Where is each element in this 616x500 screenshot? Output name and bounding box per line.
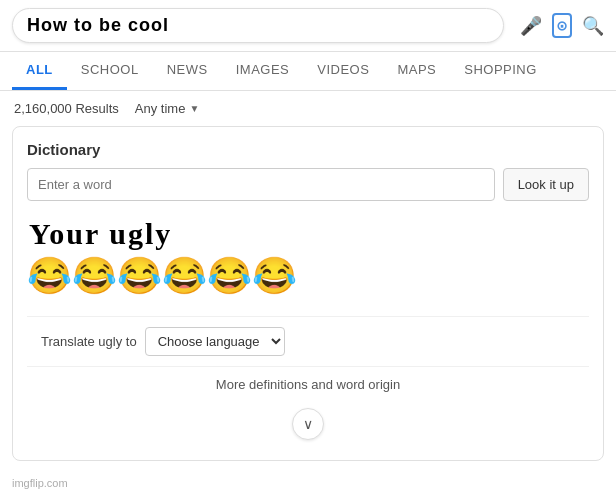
header: How to be cool 🎤 ⊙ 🔍: [0, 0, 616, 52]
any-time-filter[interactable]: Any time ▼: [135, 101, 199, 116]
tab-school[interactable]: SCHOOL: [67, 52, 153, 90]
tab-shopping[interactable]: SHOPPING: [450, 52, 551, 90]
translate-row: Translate ugly to Choose language Spanis…: [27, 316, 589, 362]
tab-all[interactable]: ALL: [12, 52, 67, 90]
look-it-up-button[interactable]: Look it up: [503, 168, 589, 201]
mic-icon[interactable]: 🎤: [520, 15, 542, 37]
header-icons: 🎤 ⊙ 🔍: [520, 13, 604, 38]
down-arrow-row: ∨: [27, 402, 589, 446]
search-text: How to be cool: [27, 15, 489, 36]
more-definitions: More definitions and word origin: [27, 366, 589, 402]
chevron-down-icon: ∨: [303, 416, 313, 432]
footer: imgflip.com: [0, 471, 616, 495]
tab-images[interactable]: IMAGES: [222, 52, 304, 90]
dictionary-card: Dictionary Look it up Your ugly 😂😂😂😂😂😂 T…: [12, 126, 604, 461]
dictionary-title: Dictionary: [27, 141, 589, 158]
expand-button[interactable]: ∨: [292, 408, 324, 440]
tab-maps[interactable]: MAPS: [383, 52, 450, 90]
language-select[interactable]: Choose language Spanish French German Ja…: [145, 327, 285, 356]
meme-emojis: 😂😂😂😂😂😂: [27, 251, 589, 302]
footer-text: imgflip.com: [12, 477, 68, 489]
dictionary-input-row: Look it up: [27, 168, 589, 201]
search-icon[interactable]: 🔍: [582, 15, 604, 37]
meme-line1: Your ugly: [27, 217, 589, 251]
search-box[interactable]: How to be cool: [12, 8, 504, 43]
tab-news[interactable]: NEWS: [153, 52, 222, 90]
meme-content: Your ugly 😂😂😂😂😂😂: [27, 213, 589, 312]
tab-videos[interactable]: VIDEOS: [303, 52, 383, 90]
results-bar: 2,160,000 Results Any time ▼: [0, 91, 616, 126]
filter-dropdown-arrow: ▼: [189, 103, 199, 114]
dictionary-input[interactable]: [27, 168, 495, 201]
results-count: 2,160,000 Results: [14, 101, 119, 116]
camera-icon[interactable]: ⊙: [552, 13, 572, 38]
nav-tabs: ALL SCHOOL NEWS IMAGES VIDEOS MAPS SHOPP…: [0, 52, 616, 91]
translate-label: Translate ugly to: [41, 334, 137, 349]
